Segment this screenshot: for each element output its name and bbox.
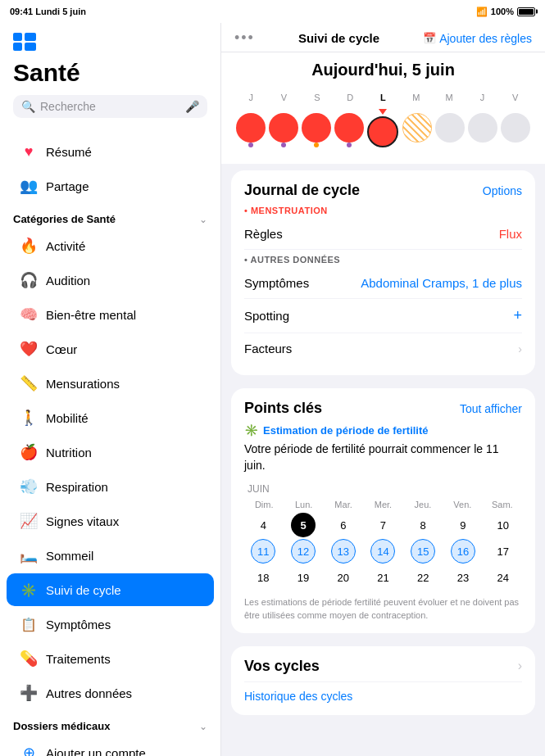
- sidebar-item-partage[interactable]: 👥 Partage: [7, 170, 214, 202]
- cal-day-9[interactable]: 9: [451, 513, 475, 537]
- sidebar-item-respiration[interactable]: 💨 Respiration: [7, 470, 214, 503]
- day-name-dim: Dim.: [244, 498, 284, 511]
- cal-day-16[interactable]: 16: [451, 539, 475, 564]
- journal-title: Journal de cycle: [244, 182, 360, 199]
- mini-cal-month-label: JUIN: [244, 483, 522, 495]
- cal-day-13[interactable]: 13: [331, 539, 356, 564]
- chevron-down-icon[interactable]: ⌄: [199, 214, 207, 225]
- mic-icon: 🎤: [185, 100, 199, 113]
- sidebar-item-bienetre[interactable]: 🧠 Bien-être mental: [7, 298, 214, 331]
- day-S: S: [302, 93, 332, 102]
- sidebar-item-label-bienetre: Bien-être mental: [46, 308, 136, 322]
- cal-day-11[interactable]: 11: [251, 539, 275, 564]
- sidebar-item-cycle[interactable]: ✳️ Suivi de cycle: [7, 573, 214, 606]
- add-rules-button[interactable]: 📅 Ajouter des règles: [423, 32, 532, 45]
- journal-card-header: Journal de cycle Options: [244, 182, 522, 199]
- day-M2: M: [434, 93, 464, 102]
- search-bar[interactable]: 🔍 Recherche 🎤: [13, 95, 207, 118]
- cal-day-8[interactable]: 8: [411, 513, 435, 537]
- cal-day-18[interactable]: 18: [251, 565, 275, 590]
- sidebar-item-mensurations[interactable]: 📏 Mensurations: [7, 367, 214, 400]
- sidebar-item-label-sommeil: Sommeil: [46, 549, 93, 563]
- regles-row[interactable]: Règles Flux: [244, 219, 522, 250]
- audition-icon: 🎧: [20, 271, 38, 289]
- cycle-day-empty-3[interactable]: [501, 113, 530, 143]
- mensuration-icon: 📏: [20, 374, 38, 392]
- cal-day-22[interactable]: 22: [411, 565, 435, 590]
- day-name-ven: Ven.: [443, 498, 482, 511]
- categories-title: Catégories de Santé: [13, 213, 116, 225]
- sidebar-item-autres[interactable]: ➕ Autres données: [7, 677, 214, 709]
- cal-day-24[interactable]: 24: [491, 565, 515, 590]
- heart-icon: ♥: [20, 143, 38, 161]
- categories-section-header: Catégories de Santé ⌄: [0, 203, 220, 229]
- cal-day-4[interactable]: 4: [251, 513, 275, 537]
- historique-row: Historique des cycles: [244, 681, 522, 704]
- sidebar-item-audition[interactable]: 🎧 Audition: [7, 264, 214, 297]
- wifi-icon: 📶: [476, 7, 488, 17]
- cycle-day-4[interactable]: [334, 113, 364, 143]
- spotting-plus[interactable]: +: [513, 307, 522, 324]
- day-J2: J: [467, 93, 497, 102]
- mental-icon: 🧠: [20, 306, 38, 324]
- svg-rect-0: [13, 33, 22, 41]
- sidebar: Santé 🔍 Recherche 🎤 ♥ Résumé 👥 Partage C…: [0, 23, 221, 756]
- sidebar-item-sommeil[interactable]: 🛏️ Sommeil: [7, 539, 214, 572]
- menstruation-label: • MENSTRUATION: [244, 206, 522, 215]
- today-label: Aujourd'hui, 5 juin: [221, 61, 545, 79]
- options-button[interactable]: Options: [483, 184, 522, 197]
- cycle-day-predicted-1[interactable]: [402, 113, 432, 143]
- calendar-icon: 📅: [423, 32, 436, 44]
- dossiers-chevron-icon[interactable]: ⌄: [199, 721, 207, 732]
- cal-day-12[interactable]: 12: [291, 539, 316, 564]
- cal-day-19[interactable]: 19: [291, 565, 316, 590]
- coeur-icon: ❤️: [20, 340, 38, 358]
- fertility-text: Votre période de fertilité pourrait comm…: [244, 441, 522, 473]
- cal-day-20[interactable]: 20: [331, 565, 356, 590]
- cal-day-14[interactable]: 14: [370, 539, 395, 564]
- cal-day-10[interactable]: 10: [491, 513, 515, 537]
- sidebar-item-coeur[interactable]: ❤️ Cœur: [7, 333, 214, 365]
- cycle-day-2[interactable]: [269, 113, 298, 143]
- sidebar-item-symptomes[interactable]: 📋 Symptômes: [7, 608, 214, 641]
- vos-cycles-header: Vos cycles ›: [244, 658, 522, 675]
- sidebar-item-signes[interactable]: 📈 Signes vitaux: [7, 505, 214, 537]
- sidebar-item-nutrition[interactable]: 🍎 Nutrition: [7, 436, 214, 469]
- search-placeholder: Recherche: [40, 100, 180, 113]
- cal-day-17[interactable]: 17: [491, 539, 515, 564]
- cal-day-21[interactable]: 21: [370, 565, 395, 590]
- spotting-row[interactable]: Spotting +: [244, 299, 522, 333]
- facteurs-row[interactable]: Facteurs ›: [244, 333, 522, 364]
- cycle-day-empty-1[interactable]: [435, 113, 465, 143]
- facteurs-label: Facteurs: [244, 342, 292, 355]
- cycle-day-today[interactable]: [367, 107, 398, 147]
- cal-day-23[interactable]: 23: [451, 565, 475, 590]
- symptomes-row[interactable]: Symptômes Abdominal Cramps, 1 de plus: [244, 268, 522, 299]
- cal-day-15[interactable]: 15: [411, 539, 435, 564]
- tout-afficher-button[interactable]: Tout afficher: [460, 402, 522, 415]
- sidebar-item-ajouter-compte[interactable]: ⊕ Ajouter un compte: [7, 736, 214, 756]
- signes-icon: 📈: [20, 512, 38, 530]
- sommeil-icon: 🛏️: [20, 546, 38, 564]
- date-header: Aujourd'hui, 5 juin J V S D L M M J V: [221, 52, 545, 164]
- historique-link[interactable]: Historique des cycles: [244, 690, 352, 703]
- cycle-day-1[interactable]: [236, 113, 266, 143]
- sidebar-item-mobilite[interactable]: 🚶 Mobilité: [7, 401, 214, 434]
- cycle-day-3[interactable]: [302, 113, 331, 143]
- cal-day-5[interactable]: 5: [291, 513, 316, 537]
- sidebar-item-activite[interactable]: 🔥 Activité: [7, 229, 214, 262]
- cal-day-7[interactable]: 7: [370, 513, 395, 537]
- cycle-day-empty-2[interactable]: [468, 113, 497, 143]
- cycle-strip: J V S D L M M J V: [221, 86, 545, 164]
- sidebar-toggle-icon[interactable]: [13, 33, 207, 54]
- day-name-mar: Mar.: [324, 498, 363, 511]
- more-icon[interactable]: •••: [234, 29, 255, 47]
- sidebar-item-traitements[interactable]: 💊 Traitements: [7, 642, 214, 675]
- mobilite-icon: 🚶: [20, 409, 38, 427]
- sidebar-item-label-coeur: Cœur: [46, 342, 77, 356]
- sidebar-item-resume[interactable]: ♥ Résumé: [7, 135, 214, 168]
- sidebar-item-label-resume: Résumé: [46, 145, 92, 159]
- fertility-label: Estimation de période de fertilité: [263, 424, 429, 437]
- fertility-badge: ✳️ Estimation de période de fertilité: [244, 423, 522, 437]
- cal-day-6[interactable]: 6: [331, 513, 356, 537]
